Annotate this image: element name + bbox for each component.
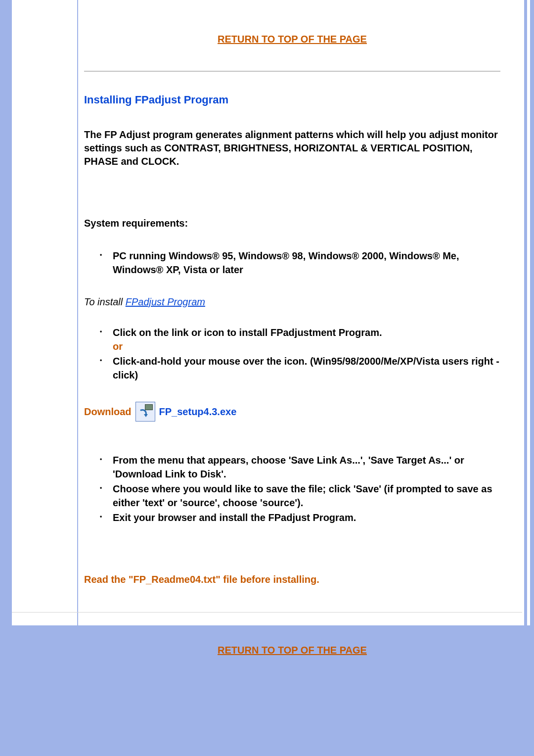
list-item: Choose where you would like to save the … [104,482,500,510]
system-requirements-list: PC running Windows® 95, Windows® 98, Win… [84,249,500,277]
to-install-prefix: To install [84,296,126,307]
or-text: or [113,341,123,352]
list-item: Click on the link or icon to install FPa… [104,326,500,353]
download-filename: FP_setup4.3.exe [159,406,237,418]
return-to-top-link-bottom[interactable]: RETURN TO TOP OF THE PAGE [84,645,500,656]
stripe [530,0,533,625]
download-row: Download FP_setup4.3.exe [84,402,500,422]
install-instructions-list-top: Click on the link or icon to install FPa… [84,326,500,382]
footer-divider [12,612,522,613]
content-inner: RETURN TO TOP OF THE PAGE Installing FPa… [84,0,516,656]
section-heading: Installing FPadjust Program [84,94,500,106]
right-edge-stripes [524,0,534,625]
list-item: Click-and-hold your mouse over the icon.… [104,354,500,382]
list-item: From the menu that appears, choose 'Save… [104,453,500,481]
fpadjust-program-link[interactable]: FPadjust Program [126,296,205,307]
page: RETURN TO TOP OF THE PAGE Installing FPa… [0,0,534,756]
return-bottom-wrap: RETURN TO TOP OF THE PAGE [84,645,500,656]
left-margin-column [12,0,77,625]
list-item: Exit your browser and install the FPadju… [104,511,500,524]
instruction-text: Click on the link or icon to install FPa… [113,327,382,338]
download-file-icon [135,402,155,422]
return-to-top-link[interactable]: RETURN TO TOP OF THE PAGE [84,34,500,45]
download-file-link[interactable]: FP_setup4.3.exe [135,402,237,422]
content-column: RETURN TO TOP OF THE PAGE Installing FPa… [78,0,524,625]
readme-note: Read the "FP_Readme04.txt" file before i… [84,574,500,585]
download-label: Download [84,406,132,418]
install-instructions-list-bottom: From the menu that appears, choose 'Save… [84,453,500,524]
intro-paragraph: The FP Adjust program generates alignmen… [84,128,500,168]
to-install-line: To install FPadjust Program [84,296,500,308]
section-divider [84,71,500,72]
system-requirements-heading: System requirements: [84,218,500,229]
list-item: PC running Windows® 95, Windows® 98, Win… [104,249,500,277]
